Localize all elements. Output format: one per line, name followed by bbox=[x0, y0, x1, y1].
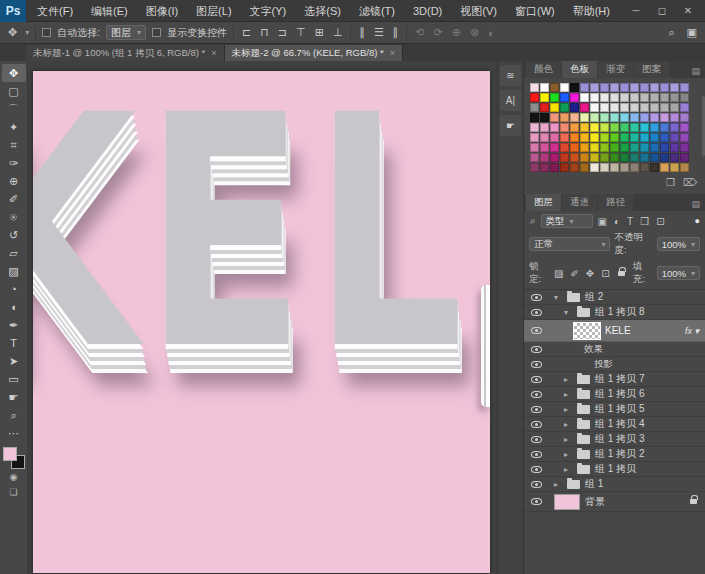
tab-颜色[interactable]: 颜色 bbox=[526, 61, 561, 78]
quick-selection-tool[interactable]: ✦ bbox=[2, 118, 26, 136]
swatch[interactable] bbox=[570, 83, 579, 92]
filter-type-layers-icon[interactable]: T bbox=[626, 216, 634, 227]
swatch[interactable] bbox=[650, 93, 659, 102]
swatch[interactable] bbox=[560, 133, 569, 142]
swatch[interactable] bbox=[610, 103, 619, 112]
swatch[interactable] bbox=[650, 123, 659, 132]
align-right-icon[interactable]: ⊐ bbox=[276, 26, 289, 39]
panel-menu-icon[interactable]: ▤ bbox=[691, 66, 705, 78]
menu-item-视图(V)[interactable]: 视图(V) bbox=[451, 0, 506, 22]
edit-toolbar[interactable]: ⋯ bbox=[2, 424, 26, 442]
layer-row[interactable]: ▾组 2 bbox=[524, 290, 705, 305]
swatch[interactable] bbox=[590, 143, 599, 152]
swatch[interactable] bbox=[680, 103, 689, 112]
swatch[interactable] bbox=[630, 123, 639, 132]
filter-smart-objects-icon[interactable]: ⊡ bbox=[655, 216, 665, 227]
swatch[interactable] bbox=[610, 153, 619, 162]
swatch[interactable] bbox=[620, 123, 629, 132]
swatch[interactable] bbox=[620, 93, 629, 102]
menu-item-选择(S)[interactable]: 选择(S) bbox=[295, 0, 350, 22]
distribute-gaps-icon[interactable]: ∥ bbox=[391, 26, 401, 39]
swatch[interactable] bbox=[590, 153, 599, 162]
swatch[interactable] bbox=[530, 83, 539, 92]
swatch[interactable] bbox=[680, 153, 689, 162]
swatch[interactable] bbox=[610, 163, 619, 172]
gradient-tool[interactable]: ▨ bbox=[2, 262, 26, 280]
menu-item-帮助(H)[interactable]: 帮助(H) bbox=[564, 0, 619, 22]
maximize-button[interactable]: ◻ bbox=[651, 5, 673, 16]
swatch[interactable] bbox=[610, 113, 619, 122]
history-brush-tool[interactable]: ↺ bbox=[2, 226, 26, 244]
swatch[interactable] bbox=[620, 83, 629, 92]
swatch[interactable] bbox=[540, 83, 549, 92]
swatch[interactable] bbox=[670, 143, 679, 152]
swatch[interactable] bbox=[620, 163, 629, 172]
group-caret-icon[interactable]: ▸ bbox=[564, 450, 572, 459]
auto-select-dropdown[interactable]: 图层 ▾ bbox=[106, 25, 146, 40]
layer-row[interactable]: ▾组 1 拷贝 8 bbox=[524, 305, 705, 320]
crop-tool[interactable]: ⌗ bbox=[2, 136, 26, 154]
menu-item-图层(L)[interactable]: 图层(L) bbox=[187, 0, 240, 22]
visibility-toggle[interactable] bbox=[528, 294, 544, 301]
swatch[interactable] bbox=[610, 133, 619, 142]
swatch[interactable] bbox=[650, 143, 659, 152]
swatch[interactable] bbox=[590, 123, 599, 132]
healing-brush-tool[interactable]: ⊕ bbox=[2, 172, 26, 190]
menu-item-编辑(E)[interactable]: 编辑(E) bbox=[82, 0, 137, 22]
dodge-tool[interactable]: ◖ bbox=[2, 298, 26, 316]
layer-row[interactable]: KELEfx ▾ bbox=[524, 320, 705, 342]
filter-shape-layers-icon[interactable]: ❒ bbox=[639, 216, 650, 227]
swatch[interactable] bbox=[670, 103, 679, 112]
swatch[interactable] bbox=[670, 133, 679, 142]
lock-position-icon[interactable]: ✥ bbox=[585, 268, 595, 279]
layer-row[interactable]: ▸组 1 拷贝 7 bbox=[524, 372, 705, 387]
swatch[interactable] bbox=[530, 93, 539, 102]
group-caret-icon[interactable]: ▸ bbox=[564, 465, 572, 474]
swatch[interactable] bbox=[540, 153, 549, 162]
swatch[interactable] bbox=[640, 83, 649, 92]
fill-dropdown[interactable]: 100% ▾ bbox=[657, 266, 700, 280]
swatch[interactable] bbox=[550, 163, 559, 172]
screen-mode-button[interactable]: ❏ bbox=[2, 484, 26, 499]
blend-mode-dropdown[interactable]: 正常 ▾ bbox=[529, 237, 610, 251]
menu-item-文字(Y)[interactable]: 文字(Y) bbox=[241, 0, 296, 22]
swatch[interactable] bbox=[570, 153, 579, 162]
close-tab-icon[interactable]: × bbox=[390, 48, 395, 58]
align-center-h-icon[interactable]: ⊓ bbox=[258, 26, 271, 39]
auto-select-checkbox[interactable] bbox=[42, 28, 51, 37]
swatch[interactable] bbox=[530, 113, 539, 122]
swatch[interactable] bbox=[640, 143, 649, 152]
group-caret-icon[interactable]: ▸ bbox=[554, 480, 562, 489]
swatch[interactable] bbox=[660, 143, 669, 152]
visibility-toggle[interactable] bbox=[528, 436, 544, 443]
distribute-vertical-icon[interactable]: ∥ bbox=[357, 26, 367, 39]
foreground-color-swatch[interactable] bbox=[3, 447, 17, 461]
swatch[interactable] bbox=[580, 143, 589, 152]
brush-tool[interactable]: ✐ bbox=[2, 190, 26, 208]
group-caret-icon[interactable]: ▸ bbox=[564, 405, 572, 414]
swatch[interactable] bbox=[590, 113, 599, 122]
swatch[interactable] bbox=[550, 93, 559, 102]
swatch[interactable] bbox=[640, 163, 649, 172]
swatch[interactable] bbox=[580, 103, 589, 112]
type-tool[interactable]: T bbox=[2, 334, 26, 352]
swatch[interactable] bbox=[650, 113, 659, 122]
layer-row[interactable]: ▸组 1 拷贝 6 bbox=[524, 387, 705, 402]
swatch[interactable] bbox=[650, 153, 659, 162]
visibility-toggle[interactable] bbox=[528, 481, 544, 488]
swatch[interactable] bbox=[570, 143, 579, 152]
swatch[interactable] bbox=[620, 113, 629, 122]
swatch[interactable] bbox=[550, 113, 559, 122]
visibility-toggle[interactable] bbox=[528, 346, 544, 353]
swatch[interactable] bbox=[590, 93, 599, 102]
visibility-toggle[interactable] bbox=[528, 421, 544, 428]
swatch[interactable] bbox=[570, 133, 579, 142]
swatch[interactable] bbox=[610, 143, 619, 152]
swatch[interactable] bbox=[670, 113, 679, 122]
eraser-tool[interactable]: ▱ bbox=[2, 244, 26, 262]
tab-色板[interactable]: 色板 bbox=[562, 61, 597, 78]
swatch[interactable] bbox=[660, 93, 669, 102]
swatch[interactable] bbox=[580, 163, 589, 172]
group-caret-icon[interactable]: ▸ bbox=[564, 390, 572, 399]
swatch[interactable] bbox=[680, 93, 689, 102]
